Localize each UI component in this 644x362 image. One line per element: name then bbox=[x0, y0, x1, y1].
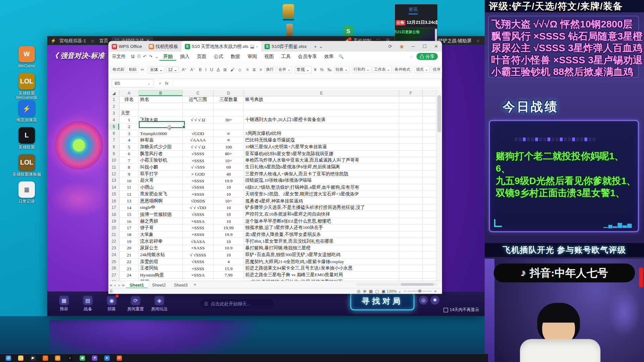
menu-4[interactable]: 公式 bbox=[210, 52, 227, 61]
cell-B10[interactable]: 小霸王验钞机 bbox=[139, 157, 183, 164]
cell-A3[interactable]: 天罡 bbox=[120, 110, 139, 116]
cell-A2[interactable] bbox=[120, 103, 139, 110]
announce-row[interactable]: 公告12月21日3.24c版本 bbox=[395, 20, 437, 25]
game-nav-5[interactable]: ◈房间玩法 bbox=[148, 296, 171, 312]
row-header-22[interactable]: 22 bbox=[108, 238, 119, 244]
cell-E3[interactable] bbox=[244, 110, 399, 116]
cell-E25[interactable]: 恶魔契约,大师局21-0全胜吃鸡,3星紫卡爆锤cosplay bbox=[244, 258, 399, 265]
cell-D11[interactable]: 69 bbox=[214, 164, 244, 170]
cell-D4[interactable]: 30+ bbox=[214, 117, 244, 123]
cell-A10[interactable]: 7 bbox=[120, 157, 139, 164]
minimize-icon[interactable]: ─ bbox=[408, 41, 419, 52]
column-header-x[interactable] bbox=[423, 89, 437, 96]
start-button[interactable]: ⊞ bbox=[3, 354, 13, 362]
cell-E12[interactable]: 三星炸弹人牧魂人+俩假人,而且卡了亚军的绝张凯隐 bbox=[244, 171, 399, 177]
comment-icon[interactable]: ◌ bbox=[409, 53, 414, 59]
cell-C14[interactable]: √SSSS bbox=[183, 184, 214, 190]
sheet-tab-sheet2[interactable]: Sheet2 bbox=[148, 281, 170, 289]
home-icon[interactable]: ⌂ bbox=[89, 38, 96, 43]
bold-icon[interactable]: B bbox=[198, 66, 203, 72]
cell-C24[interactable]: √ √SSSS bbox=[183, 252, 214, 258]
cell-B8[interactable]: 加糖美式少少甜 bbox=[139, 144, 183, 150]
cell-C13[interactable]: ×SSSS bbox=[183, 177, 214, 184]
sort-button[interactable]: 排序 ⌄ bbox=[431, 66, 442, 73]
tab-template[interactable]: 稻 找稻壳模板 bbox=[145, 41, 181, 52]
cell-E2[interactable] bbox=[244, 103, 399, 110]
cell-C25[interactable]: √SSSS bbox=[183, 258, 214, 265]
row-header-2[interactable]: 2 bbox=[108, 103, 119, 110]
cell-F10[interactable] bbox=[399, 157, 423, 164]
game-nav-1[interactable]: ▦阵容 bbox=[52, 296, 76, 312]
view-page-icon[interactable]: ▢ bbox=[374, 288, 380, 294]
column-header-E[interactable]: E bbox=[244, 89, 399, 96]
menu-1[interactable]: 开始 bbox=[160, 52, 176, 61]
cell-G21[interactable] bbox=[423, 231, 437, 238]
cell-F16[interactable] bbox=[399, 198, 423, 204]
fx-icon[interactable]: fx bbox=[165, 81, 168, 86]
cell-A7[interactable]: 4 bbox=[120, 137, 139, 143]
cell-F19[interactable] bbox=[399, 218, 423, 224]
cell-B12[interactable]: 双手打字 bbox=[139, 171, 183, 177]
row-header-24[interactable]: 24 bbox=[108, 252, 119, 258]
zoom-slider[interactable] bbox=[408, 291, 432, 292]
prev-sheet-icon[interactable]: ‹ bbox=[113, 282, 117, 288]
cell-E24[interactable]: 双铲+百血高质,独惜300层无铲,3星琴女遗憾吃鸡 bbox=[244, 252, 399, 258]
chat-input[interactable]: ☰ 点击此处开始聊天... bbox=[200, 299, 274, 308]
desktop-icon-5[interactable]: LOL英雄联盟体验服 bbox=[11, 154, 42, 176]
column-header-B[interactable]: B bbox=[139, 89, 183, 96]
format-painter-button[interactable]: 格式刷 bbox=[111, 66, 126, 73]
cell-C21[interactable]: ×SSSS bbox=[183, 231, 214, 238]
cell-D21[interactable]: 19.9 bbox=[214, 231, 244, 238]
cell-F20[interactable] bbox=[399, 225, 423, 231]
cell-F5[interactable] bbox=[399, 123, 423, 130]
cell-F24[interactable] bbox=[399, 252, 423, 258]
column-header-F[interactable]: F bbox=[399, 89, 423, 96]
cell-G20[interactable] bbox=[423, 225, 437, 231]
cell-A23[interactable]: 20 bbox=[120, 245, 139, 251]
checkbox-icon[interactable] bbox=[443, 308, 448, 312]
cell-D8[interactable]: 100 bbox=[214, 144, 244, 150]
cell-D5[interactable] bbox=[214, 123, 244, 130]
first-sheet-icon[interactable]: « bbox=[108, 282, 113, 288]
cell-A25[interactable]: 22 bbox=[120, 258, 139, 265]
cell-G23[interactable] bbox=[423, 245, 437, 251]
cell-A4[interactable]: 1 bbox=[120, 117, 139, 123]
column-header-D[interactable]: D bbox=[214, 89, 244, 96]
row-header-13[interactable]: 13 bbox=[108, 177, 119, 184]
row-header-9[interactable]: 9 bbox=[108, 150, 119, 157]
cell-G7[interactable] bbox=[423, 137, 437, 143]
menu-2[interactable]: 插入 bbox=[176, 52, 193, 61]
cell-D20[interactable]: 19.99 bbox=[214, 225, 244, 231]
menu-8[interactable]: 工具 bbox=[277, 52, 294, 61]
cell-D25[interactable]: 4 bbox=[214, 258, 244, 265]
cell-D2[interactable] bbox=[214, 103, 244, 110]
game-nav-4[interactable]: ⟳房间重置 bbox=[124, 296, 148, 312]
cell-G26[interactable] bbox=[423, 265, 437, 272]
row-header-20[interactable]: 20 bbox=[108, 225, 119, 231]
cell-A26[interactable]: 23 bbox=[120, 265, 139, 272]
cell-F1[interactable] bbox=[399, 97, 423, 103]
zoom-out-icon[interactable]: − bbox=[402, 288, 408, 294]
cell-D13[interactable]: 19.9 bbox=[214, 177, 244, 184]
new-tab-button[interactable]: ＋ ⌄ bbox=[310, 41, 326, 52]
media-app-icon[interactable]: ▶ bbox=[28, 354, 38, 362]
chat-menu-icon[interactable]: ☰ bbox=[204, 301, 208, 306]
convert-button[interactable]: 转换 ⌄ bbox=[334, 66, 350, 73]
cell-A9[interactable]: 6 bbox=[120, 150, 139, 157]
menu-9[interactable]: 会员专享 bbox=[294, 52, 320, 61]
cell-A17[interactable]: 14 bbox=[120, 204, 139, 211]
back-icon[interactable]: 《 bbox=[51, 52, 60, 59]
row-header-14[interactable]: 14 bbox=[108, 184, 119, 190]
cell-B26[interactable]: 王者阿灿 bbox=[139, 265, 183, 272]
sheet-tab-sheet1[interactable]: Sheet1 bbox=[125, 281, 148, 289]
italic-icon[interactable]: I bbox=[204, 66, 208, 72]
cell-C19[interactable]: ×SSSA bbox=[183, 218, 214, 224]
cell-F3[interactable] bbox=[399, 110, 423, 116]
cell-E27[interactable]: 前进之路全三星电子舞 vs 巅峰三星EMO质量对局 bbox=[244, 272, 399, 278]
cell-B17[interactable]: single申 bbox=[139, 204, 183, 211]
cell-E17[interactable]: 铲多腰带少天选歪,不是主播磕头祈求打捞筒选秀抢狂徒,没了 bbox=[244, 204, 399, 211]
cell-A13[interactable]: 10 bbox=[120, 177, 139, 184]
cell-F18[interactable] bbox=[399, 211, 423, 218]
zoom-caret-icon[interactable]: ⌄ bbox=[397, 288, 403, 294]
cell-C4[interactable]: √ √ √ Ω bbox=[183, 117, 214, 123]
